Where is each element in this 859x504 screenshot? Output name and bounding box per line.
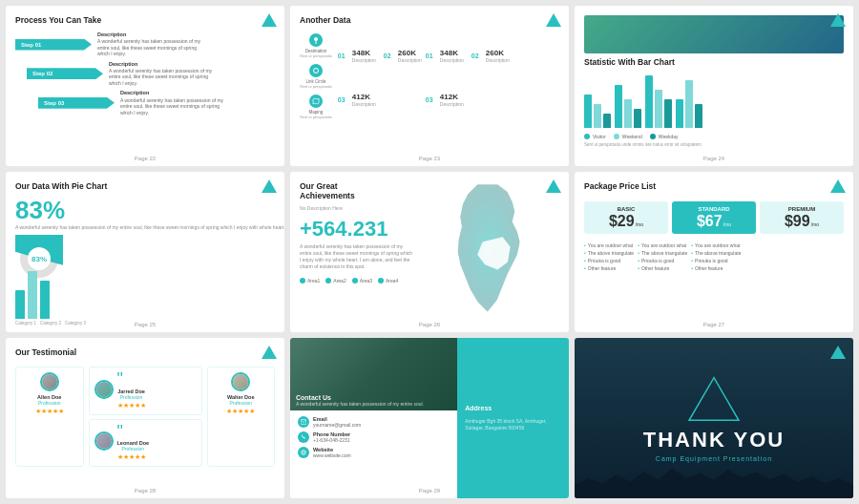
avatar-2 <box>94 380 114 399</box>
address-value: Amthuger Bgh 35 block SA, Amthuger, Suit… <box>465 418 561 431</box>
premium-per: /mo <box>811 221 819 227</box>
contact-inner: Contact Us A wonderful serenity has take… <box>290 338 569 498</box>
bar-2-2 <box>624 99 632 128</box>
contact-title-overlay: Contact Us <box>296 394 451 401</box>
slide-testimonial: Our Testimonial Allen Doe Profession ★★★… <box>6 338 284 498</box>
person-2-name: Jarred Doe <box>117 388 146 394</box>
pie-desc: A wonderful serenity has taken possessio… <box>15 224 284 231</box>
bar-group-2 <box>615 85 641 128</box>
website-value: www.website.com <box>313 452 351 459</box>
data-numbers-right: 01348KDescription 02260KDescription 0341… <box>426 35 510 119</box>
no-desc: No Description Here <box>300 205 412 211</box>
price-boxes: Basic $29 /mo Standard $67 /mo Premium $… <box>584 201 844 234</box>
basic-price: $29 <box>609 214 635 229</box>
svg-point-0 <box>314 37 318 41</box>
step-1: Step 01 Description A wonderful serenity… <box>15 32 275 57</box>
basic-features: You are outdoor what The above triangula… <box>584 242 634 272</box>
chart-legend: Visitor Weekend Weekday <box>584 134 844 139</box>
phone-label: Phone Number <box>313 431 350 437</box>
price-premium: Premium $99 /mo <box>760 201 844 234</box>
slide-1-title: Process You Can Take <box>15 15 275 25</box>
legend-dot-weekday <box>650 134 656 139</box>
steps-list: Step 01 Description A wonderful serenity… <box>15 32 275 116</box>
price-basic: Basic $29 /mo <box>584 201 668 234</box>
avatar-4 <box>231 372 250 391</box>
address-label: Address <box>465 405 492 411</box>
slide-5-title: Our Great Achievements <box>300 181 412 200</box>
slide-another-data: Another Data Destination Sent ut perspic… <box>290 6 569 166</box>
standard-features: You are outdoor what The above triangula… <box>638 242 687 272</box>
slide-2-page: Page 23 <box>419 156 440 161</box>
person-2-role: Profession <box>117 394 146 400</box>
phone-icon <box>298 431 309 443</box>
step-2: Step 02 Description A wonderful serenity… <box>27 61 275 87</box>
email-icon <box>298 416 309 428</box>
bar-group-1 <box>584 94 611 128</box>
slide-1-page: Page 22 <box>135 156 156 161</box>
bar-1-2 <box>594 104 601 128</box>
person-3-role: Profession <box>117 446 150 452</box>
phone-row: Phone Number+1-634-048-2231 <box>298 431 450 444</box>
svg-point-2 <box>313 69 318 74</box>
slide-achievements: Our Great Achievements No Description He… <box>290 172 569 332</box>
website-icon <box>298 447 309 458</box>
slide-process: Process You Can Take Step 01 Description… <box>6 6 284 166</box>
stars-4: ★★★★★ <box>226 408 255 415</box>
slide-3-title: Statistic With Bar Chart <box>584 57 844 67</box>
contact-right: Address Amthuger Bgh 35 block SA, Amthug… <box>457 338 569 498</box>
quote-mark-2: " <box>117 372 146 386</box>
thank-you-title: THANK YOU <box>643 428 785 452</box>
legend-dot-visitor <box>584 134 590 139</box>
bar-3-2 <box>655 90 662 128</box>
premium-tier: Premium <box>763 206 841 212</box>
contact-info: Emailyourname@gmail.com Phone Number+1-6… <box>290 410 457 468</box>
contact-desc-overlay: A wonderful serenity has taken possessio… <box>296 401 451 407</box>
step-2-desc: Description A wonderful serenity has tak… <box>109 61 214 87</box>
slide-price-list: Package Price List Basic $29 /mo Standar… <box>575 172 853 332</box>
person-4-role: Profession <box>229 400 252 406</box>
bar-chart <box>584 75 844 128</box>
area-1: Area1 <box>300 278 320 284</box>
testimonial-2: " Jarred Doe Profession ★★★★★ <box>89 367 202 414</box>
bar-2-3 <box>634 109 641 128</box>
testimonials-list: Allen Doe Profession ★★★★★ " Jarred Doe … <box>15 367 275 467</box>
stars-3: ★★★★★ <box>117 453 150 461</box>
pie-percent: 83% <box>15 198 284 222</box>
avatar-3 <box>94 431 114 451</box>
slide-7-title: Our Testimonial <box>15 347 275 357</box>
map-maping: Maping Sent ut perspiciatis <box>300 94 332 119</box>
slide-contact: Contact Us A wonderful serenity has take… <box>290 338 569 498</box>
slide-4-page: Page 25 <box>135 322 156 327</box>
testimonial-3: " Leonard Doe Profession ★★★★★ <box>89 419 202 467</box>
slide-8-page: Page 29 <box>419 488 440 494</box>
bar-1-1 <box>584 94 592 128</box>
standard-price: $67 <box>697 214 723 229</box>
legend-dot-weekend <box>614 134 619 139</box>
bar-4-2 <box>685 80 693 128</box>
svg-marker-11 <box>689 378 739 421</box>
email-value: yourname@gmail.com <box>313 422 361 429</box>
person-1-role: Profession <box>38 400 61 406</box>
step-2-box: Step 02 <box>27 68 103 79</box>
bar-2-1 <box>615 85 622 128</box>
email-row: Emailyourname@gmail.com <box>298 416 450 429</box>
forest-silhouette <box>575 465 853 498</box>
price-standard: Standard $67 /mo <box>672 201 756 234</box>
bar-3-3 <box>664 99 672 128</box>
slide-2-title: Another Data <box>300 15 559 25</box>
pie-chart-svg: 83% <box>15 235 63 283</box>
slide-6-title: Package Price List <box>584 181 844 191</box>
premium-features: You are outdoor what The above triangula… <box>691 242 741 272</box>
destination-icon <box>309 33 323 47</box>
map-linkcircle: Link Circle Sent ut perspiciatis <box>300 64 332 89</box>
bar-group-4 <box>676 80 702 128</box>
triangle-outline-svg <box>685 374 743 424</box>
phone-value: +1-634-048-2231 <box>313 437 350 444</box>
mini-bar-chart <box>15 290 284 319</box>
chart-photo <box>584 15 844 53</box>
chart-area: Visitor Weekend Weekday Sent ut perspici… <box>584 75 844 147</box>
area-3: Area3 <box>352 278 372 284</box>
chart-desc: Sent ut perspiciatis unde omnis iste nat… <box>584 142 844 147</box>
area-dots: Area1 Area2 Area3 Area4 <box>300 278 412 284</box>
legend-visitor: Visitor <box>584 134 606 139</box>
